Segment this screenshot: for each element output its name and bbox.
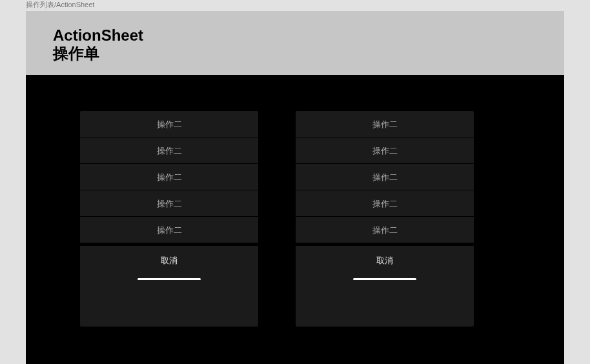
action-sheet-item[interactable]: 操作二 bbox=[80, 137, 258, 164]
home-indicator-icon bbox=[137, 278, 201, 280]
action-sheet-item[interactable]: 操作二 bbox=[296, 217, 474, 243]
cancel-button[interactable]: 取消 bbox=[80, 246, 258, 276]
page-header: ActionSheet 操作单 bbox=[26, 11, 564, 75]
cancel-button[interactable]: 取消 bbox=[296, 246, 474, 276]
action-sheet: 操作二 操作二 操作二 操作二 操作二 取消 bbox=[80, 111, 258, 327]
action-sheet-item[interactable]: 操作二 bbox=[80, 111, 258, 137]
page-title: ActionSheet bbox=[53, 26, 537, 45]
action-sheet: 操作二 操作二 操作二 操作二 操作二 取消 bbox=[296, 111, 474, 327]
content-area: 操作二 操作二 操作二 操作二 操作二 取消 操作二 操作二 操作二 操作二 操… bbox=[26, 75, 564, 364]
action-sheet-item[interactable]: 操作二 bbox=[80, 164, 258, 190]
action-sheet-item[interactable]: 操作二 bbox=[80, 217, 258, 243]
breadcrumb: 操作列表/ActionSheet bbox=[0, 0, 590, 11]
home-indicator-area bbox=[296, 276, 474, 290]
home-indicator-icon bbox=[353, 278, 416, 280]
home-indicator-area bbox=[80, 276, 258, 290]
action-sheet-item[interactable]: 操作二 bbox=[296, 164, 474, 190]
action-sheet-item[interactable]: 操作二 bbox=[80, 190, 258, 217]
action-sheet-item[interactable]: 操作二 bbox=[296, 190, 474, 217]
action-sheet-item[interactable]: 操作二 bbox=[296, 137, 474, 164]
page-subtitle: 操作单 bbox=[53, 45, 537, 63]
action-sheet-item[interactable]: 操作二 bbox=[296, 111, 474, 137]
